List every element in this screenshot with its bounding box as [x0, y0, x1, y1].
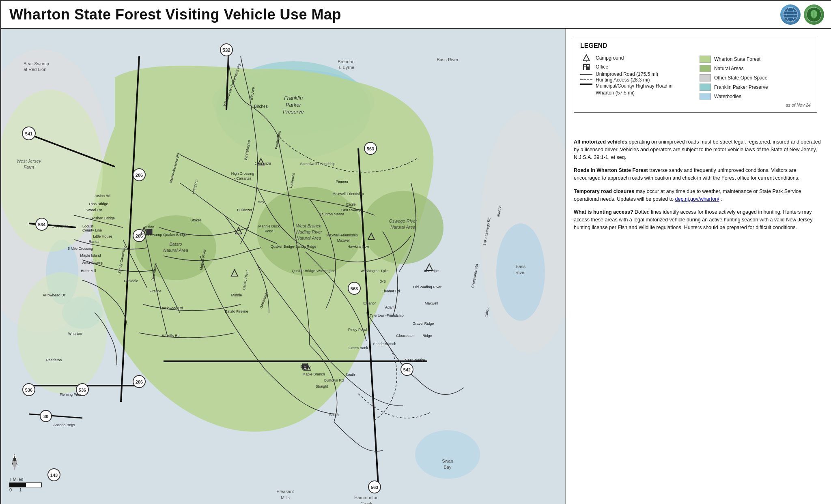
info-hunting: What is hunting access? Dotted lines ide…	[574, 208, 821, 231]
legend-other-color: Other State Open Space	[700, 74, 811, 81]
legend-hunting-symbol	[580, 79, 592, 80]
info-closure: Temporary road closures may occur at any…	[574, 188, 821, 203]
legend-campground-label: Campground	[596, 55, 624, 61]
leaf-logo	[804, 4, 824, 25]
info-area: All motorized vehicles operating on unim…	[574, 138, 821, 237]
info-roads: Roads in Wharton State Forest traverse s…	[574, 167, 821, 182]
legend-franklin-color: Franklin Parker Preserve	[700, 84, 811, 91]
right-panel: LEGEND Campground	[565, 29, 831, 504]
legend-wharton-color: Wharton State Forest	[700, 56, 811, 63]
legend-water-label: Waterbodies	[714, 94, 741, 99]
legend-box: LEGEND Campground	[574, 37, 817, 113]
legend-date: as of Nov 24	[580, 103, 811, 107]
legend-natural-label: Natural Areas	[714, 66, 744, 71]
info-hunting-bold: What is hunting access?	[574, 209, 633, 215]
legend-office-label: Office	[596, 64, 608, 70]
svg-text:N: N	[13, 454, 16, 459]
legend-municipal-symbol	[580, 84, 592, 85]
legend-campground-symbol	[580, 54, 592, 62]
info-motorized-bold: All motorized vehicles	[574, 139, 627, 145]
map-area: 532 541 206 206 206 534 536 536 30	[1, 29, 565, 504]
main-container: Wharton State Forest Visiting Vehicle Us…	[0, 0, 831, 504]
info-roads-bold: Roads in Wharton State Forest	[574, 167, 648, 173]
north-arrow: N	[9, 453, 21, 473]
info-closure-link[interactable]: dep.nj.gov/wharton/	[675, 196, 719, 202]
info-motorized: All motorized vehicles operating on unim…	[574, 138, 821, 161]
info-closure-bold: Temporary road closures	[574, 189, 634, 194]
legend-franklin-label: Franklin Parker Preserve	[714, 84, 768, 90]
legend-column-right: Wharton State Forest Natural Areas Other…	[700, 54, 811, 100]
legend-wharton-swatch	[700, 56, 711, 63]
legend-hunting-label: Hunting Access (28.3 mi)	[596, 77, 650, 83]
legend-wharton-label: Wharton State Forest	[714, 56, 760, 62]
svg-rect-183	[587, 65, 589, 66]
info-closure-end: .	[721, 196, 722, 202]
legend-water-swatch	[700, 93, 711, 100]
legend-other-label: Other State Open Space	[714, 75, 767, 81]
legend-grid: Campground Office	[580, 54, 811, 100]
legend-campground: Campground	[580, 54, 691, 62]
svg-marker-179	[583, 55, 590, 61]
scale-graphic	[9, 483, 42, 487]
legend-natural-color: Natural Areas	[700, 65, 811, 72]
legend-unimproved: Unimproved Road (175.5 mi)	[580, 71, 691, 77]
scale-label: ↑ Miles	[9, 477, 23, 482]
legend-natural-swatch	[700, 65, 711, 72]
title-bar: Wharton State Forest Visiting Vehicle Us…	[1, 1, 831, 29]
legend-water-color: Waterbodies	[700, 93, 811, 100]
page-title: Wharton State Forest Visiting Vehicle Us…	[9, 6, 341, 23]
globe-logo	[780, 4, 801, 25]
legend-title: LEGEND	[580, 42, 811, 49]
logos	[780, 4, 824, 25]
legend-office: Office	[580, 62, 691, 71]
legend-municipal-label: Municipal/County/ Highway Road in Wharto…	[596, 83, 691, 97]
legend-unimproved-symbol	[580, 74, 592, 75]
svg-rect-182	[584, 65, 586, 66]
legend-hunting: Hunting Access (28.3 mi)	[580, 77, 691, 83]
terrain-background	[1, 29, 565, 504]
legend-other-swatch	[700, 74, 711, 81]
svg-rect-184	[584, 67, 586, 70]
legend-unimproved-label: Unimproved Road (175.5 mi)	[596, 71, 658, 77]
legend-column-left: Campground Office	[580, 54, 691, 100]
legend-franklin-swatch	[700, 84, 711, 91]
scale-bar: ↑ Miles 0 1	[9, 477, 42, 493]
scale-numbers: 0 1	[9, 487, 22, 492]
legend-municipal: Municipal/County/ Highway Road in Wharto…	[580, 83, 691, 97]
legend-office-symbol	[580, 62, 592, 71]
